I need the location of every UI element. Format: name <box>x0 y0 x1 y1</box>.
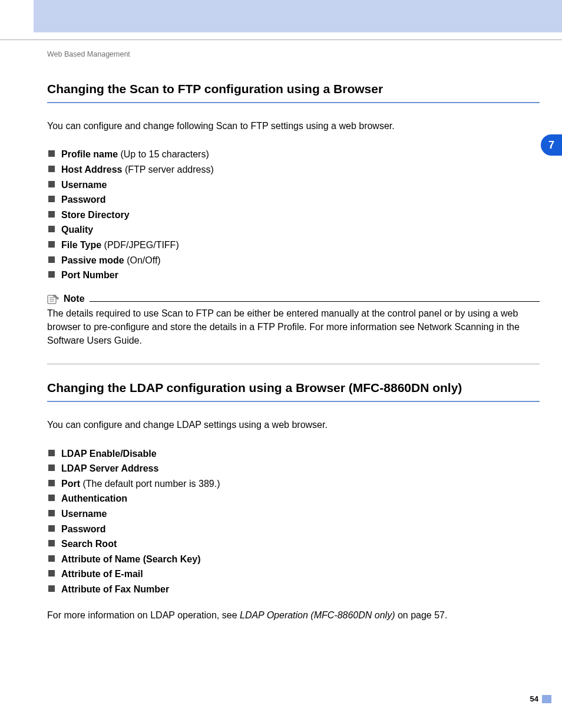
item-bold: Authentication <box>61 493 127 503</box>
item-rest: (The default port number is 389.) <box>80 479 220 489</box>
closing-link[interactable]: LDAP Operation (MFC-8860DN only) <box>240 610 395 620</box>
list-item: Attribute of E-mail <box>47 566 540 582</box>
list-item: Password <box>47 522 540 537</box>
item-bold: Attribute of Fax Number <box>61 584 169 594</box>
item-bold: Host Address <box>61 164 122 174</box>
item-bold: Password <box>61 524 106 534</box>
list-item: Passive mode (On/Off) <box>47 253 540 268</box>
item-bold: LDAP Server Address <box>61 463 158 473</box>
breadcrumb: Web Based Management <box>47 50 540 58</box>
note-block: Note The details required to use Scan to… <box>47 294 540 348</box>
heading-ldap: Changing the LDAP configuration using a … <box>47 381 540 402</box>
list-item: Authentication <box>47 491 540 506</box>
note-icon <box>47 294 60 304</box>
heading-scan-to-ftp: Changing the Scan to FTP configuration u… <box>47 82 540 103</box>
page-number: 54 <box>530 694 538 703</box>
section-divider <box>47 364 540 364</box>
top-hairline <box>0 39 562 40</box>
item-bold: Passive mode <box>61 255 124 265</box>
closing-ldap: For more information on LDAP operation, … <box>47 609 540 622</box>
item-rest: (On/Off) <box>124 255 161 265</box>
list-item: LDAP Server Address <box>47 461 540 476</box>
list-item: Quality <box>47 222 540 238</box>
list-item: File Type (PDF/JPEG/TIFF) <box>47 238 540 253</box>
item-bold: Port Number <box>61 270 118 280</box>
item-rest: (FTP server address) <box>122 164 213 174</box>
item-rest: (PDF/JPEG/TIFF) <box>101 240 179 250</box>
item-bold: Username <box>61 509 107 519</box>
list-scan-to-ftp: Profile name (Up to 15 characters) Host … <box>47 147 540 282</box>
list-item: Store Directory <box>47 207 540 223</box>
list-item: Profile name (Up to 15 characters) <box>47 147 540 162</box>
list-item: Port (The default port number is 389.) <box>47 476 540 492</box>
list-ldap: LDAP Enable/Disable LDAP Server Address … <box>47 446 540 597</box>
top-banner <box>34 0 562 32</box>
intro-ldap: You can configure and change LDAP settin… <box>47 419 540 431</box>
list-item: Port Number <box>47 268 540 283</box>
item-bold: Password <box>61 195 106 205</box>
item-bold: Attribute of Name (Search Key) <box>61 554 201 564</box>
item-bold: LDAP Enable/Disable <box>61 449 157 459</box>
page-content: Web Based Management Changing the Scan t… <box>47 50 540 622</box>
list-item: Username <box>47 177 540 193</box>
item-rest: (Up to 15 characters) <box>118 149 209 159</box>
item-bold: Username <box>61 180 107 190</box>
list-item: Host Address (FTP server address) <box>47 162 540 177</box>
note-rule <box>90 301 540 302</box>
item-bold: Search Root <box>61 539 117 549</box>
list-item: Attribute of Name (Search Key) <box>47 552 540 567</box>
item-bold: Profile name <box>61 149 118 159</box>
note-body: The details required to use Scan to FTP … <box>47 307 540 348</box>
chapter-tab: 7 <box>541 134 562 156</box>
note-header: Note <box>47 294 540 304</box>
intro-scan-to-ftp: You can configure and change following S… <box>47 120 540 133</box>
closing-prefix: For more information on LDAP operation, … <box>47 610 240 620</box>
note-label: Note <box>64 294 85 304</box>
item-bold: File Type <box>61 240 101 250</box>
page-bar <box>542 695 551 703</box>
item-bold: Store Directory <box>61 210 130 220</box>
list-item: Attribute of Fax Number <box>47 582 540 597</box>
chapter-number: 7 <box>548 139 554 151</box>
list-item: Password <box>47 192 540 207</box>
list-item: LDAP Enable/Disable <box>47 446 540 462</box>
list-item: Search Root <box>47 536 540 552</box>
list-item: Username <box>47 506 540 522</box>
item-bold: Port <box>61 479 80 489</box>
item-bold: Attribute of E-mail <box>61 569 143 579</box>
page-footer: 54 <box>530 694 551 703</box>
item-bold: Quality <box>61 225 93 235</box>
closing-suffix: on page 57. <box>395 610 447 620</box>
